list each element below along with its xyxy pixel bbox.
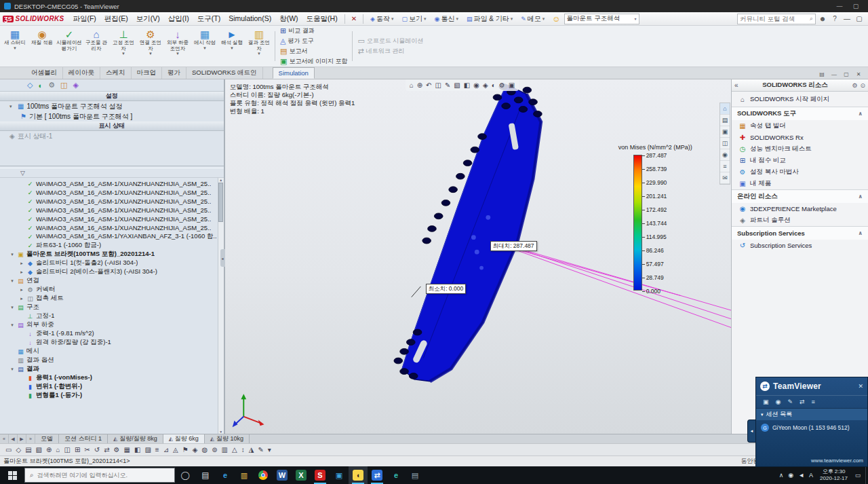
window-minimize-icon[interactable]: —: [841, 15, 853, 22]
taskbar-search-input[interactable]: [37, 472, 153, 479]
menubar-menu-1[interactable]: 편집(E): [100, 13, 132, 25]
command-tab-0[interactable]: 어셈블리: [26, 67, 63, 79]
simulation-tool-26[interactable]: ✎: [258, 446, 263, 453]
tree-item-8[interactable]: ▾▣폴마운트 브라켓(100TMS 포함)_20201214-1: [9, 250, 217, 259]
scroll-down-icon[interactable]: ▼: [219, 430, 222, 434]
teamviewer-panel-toggle[interactable]: ◂: [747, 420, 755, 443]
collapse-panel-icon[interactable]: «: [734, 81, 738, 89]
tree-scrollbar[interactable]: ▲ ▼: [218, 178, 224, 434]
tree-item-18[interactable]: ↓원격 하중/질량 (강 집중)-1: [9, 338, 217, 347]
tray-teamviewer-icon[interactable]: ◉: [788, 472, 793, 479]
simulation-tool-27[interactable]: ▾: [268, 446, 271, 453]
simulation-tool-13[interactable]: ◧: [134, 446, 140, 453]
titlebar-minimize-icon[interactable]: —: [831, 0, 848, 12]
ribbon-button-0[interactable]: ▦새 스터디▼: [1, 26, 28, 66]
filter-funnel-icon[interactable]: ▽: [20, 170, 25, 176]
simulation-tool-20[interactable]: ◍: [201, 446, 208, 453]
display-manager-icon[interactable]: ◈: [73, 81, 78, 90]
tree-item-21[interactable]: ▾▤결과: [9, 365, 217, 373]
tree-filter-row[interactable]: ▽: [0, 168, 224, 178]
simulation-tool-3[interactable]: ▧: [36, 446, 42, 453]
document-window-control-1[interactable]: —: [829, 71, 840, 77]
graphics-viewport[interactable]: 모델명: 100tms 폴마운트 구조해석스터디 이름: 질량 6kg(-기본-…: [225, 79, 731, 434]
max-stress-callout[interactable]: 최대치: 287.487: [490, 241, 537, 251]
study-tab-nav-3[interactable]: »: [26, 434, 35, 443]
expander-icon[interactable]: ▾: [9, 322, 15, 328]
expander-icon[interactable]: ▸: [19, 261, 24, 266]
taskbar-edge-new-icon[interactable]: e: [387, 466, 406, 484]
appearances-icon[interactable]: ◉: [720, 149, 730, 161]
view-orientation-icon[interactable]: ▧: [454, 81, 460, 89]
notification-center-icon[interactable]: ▭: [850, 466, 865, 484]
task-pane-home-icon[interactable]: ⌂: [720, 103, 730, 115]
ribbon-button-9[interactable]: ▥결과 조언자▼: [245, 26, 273, 66]
taskbar-kakaotalk-icon[interactable]: ◖: [349, 466, 368, 484]
start-button[interactable]: [0, 466, 24, 484]
tree-item-12[interactable]: ▸⚙커넥터: [9, 285, 217, 294]
task-pane-link-2-0[interactable]: ↺Subscription Services: [732, 240, 868, 251]
community-search-input[interactable]: [740, 15, 808, 22]
tree-item-24[interactable]: ▮변형률1 (-등가-): [9, 391, 217, 400]
search-icon[interactable]: ⌕: [810, 15, 813, 22]
scrollbar-thumb[interactable]: [218, 183, 223, 222]
file-explorer-icon[interactable]: ▣: [720, 126, 730, 138]
camera-icon[interactable]: ▣: [509, 81, 515, 89]
tv-toolbar-button-2[interactable]: ◉통신▾: [431, 13, 462, 25]
feature-tree-icon[interactable]: ◇: [27, 81, 33, 90]
taskbar-edge-icon[interactable]: e: [216, 466, 235, 484]
zoom-fit-icon[interactable]: ⌂: [410, 81, 414, 89]
task-pane-section-0[interactable]: SOLIDWORKS 도구∧: [732, 107, 868, 120]
document-window-control-3[interactable]: ✕: [853, 71, 864, 77]
tv-audio-icon[interactable]: ◉: [776, 398, 781, 405]
zoom-area-icon[interactable]: ⊕: [417, 81, 422, 89]
tree-item-10[interactable]: ▸◆솔리드바디 2(베이스-플랜지3) (-AISI 304-): [9, 267, 217, 276]
taskbar-search-box[interactable]: ⌕: [24, 468, 175, 483]
dimxpert-manager-icon[interactable]: ◫: [60, 81, 67, 90]
simulation-tool-12[interactable]: ▦: [123, 446, 130, 453]
expander-icon[interactable]: ▸: [19, 287, 24, 293]
annotation-icon[interactable]: ✎: [445, 81, 450, 89]
ribbon-button-3[interactable]: ⌂구조물 관리자: [83, 26, 110, 66]
simulation-tool-21[interactable]: ⊚: [212, 446, 217, 453]
ribbon-button-6[interactable]: ↓외부 하중 조언자▼: [164, 26, 191, 66]
simulation-tool-10[interactable]: ⇄: [104, 446, 109, 453]
tree-item-7[interactable]: ✓파트63-1 (-1060 합금-): [9, 241, 217, 250]
bracket-part[interactable]: [402, 85, 541, 381]
menubar-menu-7[interactable]: 도움말(H): [302, 13, 342, 25]
search-dropdown-icon[interactable]: ▾: [635, 16, 637, 21]
tv-file-transfer-icon[interactable]: ⇄: [800, 398, 805, 405]
task-pane-link-0-1[interactable]: ✚SOLIDWORKS Rx: [732, 132, 868, 143]
menubar-menu-5[interactable]: Simulation(S): [224, 13, 275, 25]
command-tab-6[interactable]: Simulation: [273, 67, 315, 79]
session-list-header[interactable]: ▾ 세션 목록: [756, 409, 867, 420]
tree-item-16[interactable]: ▾▤외부 하중: [9, 320, 217, 329]
taskbar-solidworks-icon[interactable]: S: [311, 466, 330, 484]
simulation-tool-7[interactable]: ⊞: [75, 446, 80, 453]
simulation-tool-23[interactable]: △: [232, 446, 237, 453]
command-tab-1[interactable]: 레이아웃: [63, 67, 100, 79]
ribbon-small-button-3[interactable]: ▣보고서에 이미지 포함: [280, 57, 347, 66]
display-style-icon[interactable]: ◧: [464, 81, 470, 89]
simulation-tool-18[interactable]: ⚑: [182, 446, 189, 453]
ribbon-button-7[interactable]: ▦메시 작성▼: [191, 26, 218, 66]
menubar-menu-2[interactable]: 보기(V): [132, 13, 164, 25]
pin-icon[interactable]: ⊙: [860, 82, 865, 89]
hide-show-icon[interactable]: ◉: [473, 81, 479, 89]
expander-icon[interactable]: ▾: [9, 305, 15, 310]
tray-expand-icon[interactable]: ∧: [779, 472, 784, 479]
task-pane-link-0-0[interactable]: ▦속성 탭 빌더: [732, 120, 868, 132]
command-tab-5[interactable]: SOLIDWORKS 애드인: [186, 67, 263, 79]
command-tab-2[interactable]: 스케치: [100, 67, 132, 79]
window-maximize-icon[interactable]: ▢: [853, 15, 865, 22]
ribbon-small-button-2[interactable]: ▤보고서: [280, 47, 347, 56]
simulation-tool-19[interactable]: ◈: [193, 446, 198, 453]
simulation-tool-24[interactable]: ↕: [241, 446, 245, 453]
view-palette-icon[interactable]: ◫: [720, 138, 730, 149]
teamviewer-website-link[interactable]: www.teamviewer.com: [756, 458, 867, 466]
task-pane-link-0-4[interactable]: ⚙설정 복사 마법사: [732, 166, 868, 178]
configuration-manager-icon[interactable]: ⚙: [48, 81, 55, 90]
document-window-control-0[interactable]: ▤: [816, 71, 827, 77]
simulation-tool-8[interactable]: ✂: [84, 446, 90, 453]
property-manager-icon[interactable]: ◐: [38, 81, 43, 90]
gear-icon[interactable]: ⚙: [852, 82, 857, 89]
